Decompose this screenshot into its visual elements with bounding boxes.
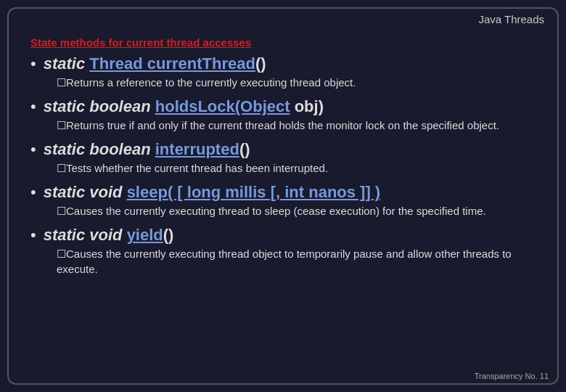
bullet-icon: • [30,184,36,200]
method-description: ☐Causes the currently executing thread t… [57,203,536,219]
method-description: ☐Returns a reference to the currently ex… [57,75,536,90]
slide-container: Java Threads State methods for current t… [7,7,559,385]
section-heading: State methods for current thread accesse… [30,36,536,49]
method-item: •static void yield()☐Causes the currentl… [30,226,536,277]
methods-list: •static Thread currentThread()☐Returns a… [30,54,536,277]
method-description: ☐Returns true if and only if the current… [57,118,536,133]
bullet-icon: • [30,227,36,243]
bullet-icon: • [30,56,36,72]
method-description: ☐Tests whether the current thread has be… [57,160,536,176]
method-signature: static void yield() [44,226,174,245]
transparency-note: Transparency No. 11 [475,372,549,380]
method-item: •static boolean holdsLock(Object obj)☐Re… [30,97,536,133]
method-signature: static boolean interrupted() [44,140,250,159]
method-signature: static Thread currentThread() [44,54,266,73]
bullet-icon: • [30,99,36,115]
slide-title: Java Threads [478,13,544,25]
method-signature: static boolean holdsLock(Object obj) [44,97,324,116]
method-item: •static void sleep( [ long millis [, int… [30,183,536,219]
method-signature: static void sleep( [ long millis [, int … [44,183,381,202]
method-item: •static Thread currentThread()☐Returns a… [30,54,536,90]
bullet-icon: • [30,142,36,158]
method-item: •static boolean interrupted()☐Tests whet… [30,140,536,176]
method-description: ☐Causes the currently executing thread o… [57,246,536,277]
